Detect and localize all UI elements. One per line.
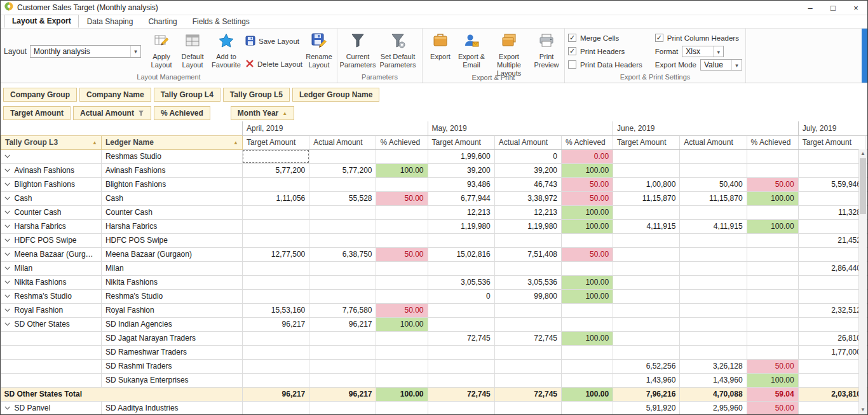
export-email-button[interactable]: Export & Email (457, 30, 486, 73)
pct-achieved-cell[interactable]: 100.00 (562, 331, 613, 345)
tally-group-cell[interactable]: Blighton Fashions (1, 177, 102, 191)
pct-achieved-cell[interactable] (747, 247, 798, 261)
ledger-name-cell[interactable]: Meena Bazaar (Gurgaon) (101, 247, 242, 261)
print-data-headers-checkbox-row[interactable]: Print Data Headers (568, 58, 642, 71)
pct-achieved-cell[interactable]: 50.00 (562, 177, 613, 191)
export-button[interactable]: Export (426, 30, 455, 73)
actual-amount-cell[interactable] (309, 345, 376, 359)
target-amount-cell[interactable] (242, 289, 309, 303)
target-amount-cell[interactable]: 21,452 (798, 233, 865, 247)
tally-group-cell[interactable]: SD Panvel (1, 401, 102, 415)
target-amount-cell[interactable] (798, 401, 865, 415)
target-amount-cell[interactable] (428, 233, 494, 247)
actual-amount-cell[interactable]: 39,200 (494, 163, 561, 177)
actual-amount-cell[interactable] (680, 275, 747, 289)
pct-achieved-cell[interactable]: 100.00 (562, 289, 613, 303)
expand-chevron-icon[interactable] (4, 208, 10, 214)
pct-achieved-cell[interactable] (562, 317, 613, 331)
set-default-parameters-button[interactable]: Set Default Parameters (377, 30, 419, 72)
actual-amount-cell[interactable] (309, 149, 376, 163)
pct-achieved-cell[interactable] (376, 177, 428, 191)
pct-achieved-cell[interactable]: 50.00 (376, 191, 428, 205)
pct-achieved-cell[interactable] (562, 401, 613, 415)
pct-achieved-cell[interactable] (376, 205, 428, 219)
target-amount-cell[interactable]: 2,32,512 (798, 303, 865, 317)
actual-amount-cell[interactable]: 96,217 (309, 317, 376, 331)
target-amount-cell[interactable] (242, 359, 309, 373)
target-amount-cell[interactable] (613, 233, 680, 247)
actual-amount-cell[interactable]: 96,217 (309, 387, 376, 401)
target-amount-cell[interactable] (613, 261, 680, 275)
pct-achieved-cell[interactable] (747, 275, 798, 289)
target-amount-cell[interactable]: 3,05,536 (428, 275, 494, 289)
pct-achieved-cell[interactable]: 50.00 (747, 177, 798, 191)
target-amount-cell[interactable] (613, 289, 680, 303)
tally-group-cell[interactable]: Milan (1, 261, 102, 275)
target-amount-cell[interactable] (613, 331, 680, 345)
ledger-name-cell[interactable]: Cash (101, 191, 242, 205)
actual-amount-cell[interactable] (309, 219, 376, 233)
field-chip-tally-group-l5[interactable]: Tally Group L5 (223, 88, 290, 102)
target-amount-cell[interactable] (428, 373, 494, 387)
actual-amount-cell[interactable] (309, 261, 376, 275)
delete-layout-button[interactable]: Delete Layout (245, 59, 302, 69)
target-amount-cell[interactable]: 0 (428, 289, 494, 303)
target-amount-cell[interactable]: 1,43,960 (613, 373, 680, 387)
expand-chevron-icon[interactable] (4, 180, 10, 186)
target-amount-cell[interactable]: 12,213 (428, 205, 494, 219)
pct-achieved-cell[interactable] (562, 233, 613, 247)
tab-data-shaping[interactable]: Data Shaping (80, 16, 140, 28)
ledger-name-cell[interactable]: Royal Fashion (101, 303, 242, 317)
actual-amount-cell[interactable] (680, 233, 747, 247)
target-amount-cell[interactable]: 5,59,946 (798, 177, 865, 191)
add-to-favourite-button[interactable]: Add to Favourite (209, 30, 243, 72)
target-amount-cell[interactable]: 6,52,256 (613, 359, 680, 373)
expand-chevron-icon[interactable] (4, 264, 10, 269)
pct-achieved-cell[interactable] (562, 359, 613, 373)
field-chip-company-group[interactable]: Company Group (3, 88, 77, 102)
pct-achieved-cell[interactable] (747, 289, 798, 303)
tally-group-cell[interactable]: Counter Cash (1, 205, 102, 219)
pct-achieved-cell[interactable] (376, 261, 428, 275)
pct-achieved-cell[interactable]: 100.00 (376, 387, 428, 401)
vertical-scrollbar[interactable]: ▲ ▼ (858, 149, 867, 414)
tally-group-cell[interactable]: Harsha Fabrics (1, 219, 102, 233)
merge-cells-checkbox[interactable] (568, 34, 576, 42)
data-field-chip-achieved[interactable]: % Achieved (154, 106, 210, 120)
target-amount-cell[interactable]: 1,99,600 (428, 149, 494, 163)
expand-chevron-icon[interactable] (4, 167, 10, 172)
measure-header-achieved[interactable]: % Achieved (562, 135, 613, 149)
tab-fields-settings[interactable]: Fields & Settings (186, 16, 257, 28)
pct-achieved-cell[interactable] (747, 331, 798, 345)
actual-amount-cell[interactable]: 3,26,128 (680, 359, 747, 373)
actual-amount-cell[interactable] (680, 163, 747, 177)
pct-achieved-cell[interactable] (376, 149, 428, 163)
actual-amount-cell[interactable] (309, 275, 376, 289)
month-group-header-june-2019[interactable]: June, 2019 (613, 121, 799, 135)
target-amount-cell[interactable]: 26,810 (798, 331, 865, 345)
expand-chevron-icon[interactable] (4, 236, 10, 242)
target-amount-cell[interactable]: 7,96,216 (613, 387, 680, 401)
target-amount-cell[interactable] (242, 275, 309, 289)
ledger-name-cell[interactable]: Blighton Fashions (101, 177, 242, 191)
target-amount-cell[interactable]: 39,200 (428, 163, 494, 177)
month-group-header-april-2019[interactable]: April, 2019 (242, 121, 428, 135)
ledger-name-cell[interactable]: Reshmas Studio (101, 149, 242, 163)
target-amount-cell[interactable] (798, 275, 865, 289)
measure-header-achieved[interactable]: % Achieved (747, 135, 798, 149)
actual-amount-cell[interactable] (494, 401, 561, 415)
tally-group-cell[interactable]: Royal Fashion (1, 303, 102, 317)
pct-achieved-cell[interactable] (747, 233, 798, 247)
target-amount-cell[interactable]: 5,91,920 (613, 401, 680, 415)
actual-amount-cell[interactable]: 99,800 (494, 289, 561, 303)
target-amount-cell[interactable] (428, 317, 494, 331)
measure-header-target-amount[interactable]: Target Amount (613, 135, 680, 149)
target-amount-cell[interactable]: 1,00,800 (613, 177, 680, 191)
target-amount-cell[interactable] (798, 289, 865, 303)
ledger-name-cell[interactable]: Reshma's Studio (101, 289, 242, 303)
row-header-ledger-name[interactable]: Ledger Name▲ (101, 135, 242, 149)
pct-achieved-cell[interactable] (376, 401, 428, 415)
field-chip-tally-group-l4[interactable]: Tally Group L4 (154, 88, 220, 102)
actual-amount-cell[interactable] (309, 373, 376, 387)
tally-group-cell[interactable]: Nikita Fashions (1, 275, 102, 289)
